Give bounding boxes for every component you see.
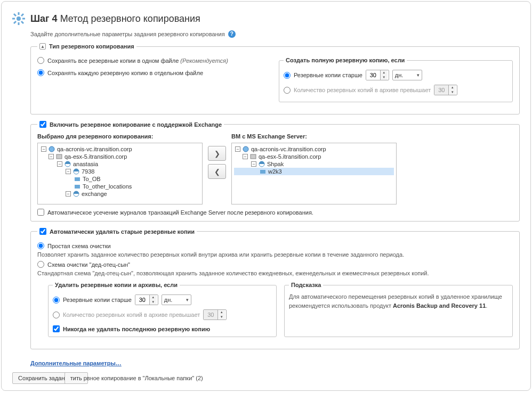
svg-line-6 — [21, 21, 23, 23]
selected-tree[interactable]: −qa-acronis-vc.itransition.corp −qa-esx-… — [37, 143, 203, 204]
simple-scheme-desc: Позволяет хранить заданное количество ре… — [37, 251, 513, 258]
tree-toggle-icon[interactable]: − — [49, 154, 54, 159]
svg-rect-17 — [251, 154, 256, 159]
page-title: Шаг 4 Метод резервного копирования — [30, 13, 200, 24]
auto-truncate-label: Автоматическое усечение журналов транзак… — [47, 209, 313, 216]
tree-node-label[interactable]: qa-esx-5.itransition.corp — [65, 153, 127, 160]
delete-older-value[interactable]: ▲▼ — [135, 294, 158, 305]
backup-type-group: ▲ Тип резервного копирования Сохранять в… — [30, 43, 520, 114]
tree-node-label[interactable]: qa-acronis-vc.itransition.corp — [251, 146, 326, 152]
vm-icon — [73, 168, 79, 175]
footer-status-text: рвное копирование в "Локальные папки" (2… — [84, 375, 203, 381]
full-copy-count-radio[interactable] — [284, 87, 291, 94]
tree-node-label[interactable]: qa-esx-5.itransition.corp — [259, 153, 321, 160]
auto-delete-checkbox[interactable] — [39, 228, 46, 235]
exchange-group: Включить резервное копирование с поддерж… — [30, 121, 520, 222]
chevron-down-icon: ▾ — [186, 297, 189, 302]
move-right-button[interactable]: ❯ — [208, 146, 226, 161]
move-left-button[interactable]: ❮ — [208, 164, 226, 179]
tree-toggle-icon[interactable]: − — [235, 146, 240, 152]
folder-icon — [74, 176, 80, 182]
full-copy-older-label: Резервные копии старше — [294, 72, 362, 78]
tree-node-label[interactable]: exchange — [82, 191, 107, 197]
full-copy-count-label: Количество резервных копий в архиве прев… — [294, 87, 431, 93]
svg-line-7 — [21, 14, 23, 16]
tree-node-label[interactable]: 7938 — [82, 168, 94, 175]
chevron-down-icon: ▼ — [218, 315, 225, 320]
tree-node-label[interactable]: qa-acronis-vc.itransition.corp — [57, 146, 132, 152]
collapse-toggle-icon[interactable]: ▲ — [39, 43, 46, 50]
delete-count-value: ▲▼ — [203, 309, 227, 320]
opt-single-file-label: Сохранять все резервные копии в одном фа… — [47, 58, 228, 64]
svg-point-16 — [243, 146, 248, 152]
svg-rect-14 — [75, 185, 80, 189]
full-copy-older-unit-select[interactable]: дн. ▾ — [392, 70, 422, 80]
simple-scheme-label: Простая схема очистки — [47, 243, 111, 249]
svg-line-8 — [14, 21, 16, 23]
tree-toggle-icon[interactable]: − — [57, 161, 62, 167]
chevron-down-icon[interactable]: ▼ — [381, 75, 388, 80]
full-copy-older-radio[interactable] — [284, 72, 291, 79]
tree-toggle-icon[interactable]: − — [66, 191, 71, 196]
datacenter-icon — [243, 146, 249, 152]
delete-older-unit-select[interactable]: дн. ▾ — [162, 294, 191, 305]
auto-truncate-checkbox[interactable] — [37, 209, 44, 216]
exchange-left-heading: Выбрано для резервного копирования: — [37, 133, 203, 140]
full-copy-legend: Создать полную резервную копию, если — [284, 57, 407, 63]
never-delete-last-label: Никогда не удалять последнюю резервную к… — [63, 326, 210, 332]
tree-node-label[interactable]: w2k3 — [268, 168, 282, 175]
subtitle-text: Задайте дополнительные параметры задания… — [30, 31, 225, 37]
delete-count-label: Количество резервных копий в архиве прев… — [63, 312, 200, 318]
chevron-up-icon[interactable]: ▲ — [381, 70, 388, 75]
never-delete-last-checkbox[interactable] — [53, 325, 60, 332]
footer-bar: Сохранить задание тить рвное копирование… — [12, 372, 203, 384]
tree-toggle-icon[interactable]: − — [66, 169, 71, 174]
full-copy-older-value[interactable]: ▲▼ — [366, 70, 389, 80]
host-icon — [250, 153, 256, 160]
delete-older-label: Резервные копии старше — [63, 297, 132, 303]
svg-rect-10 — [57, 154, 62, 159]
more-params-link[interactable]: Дополнительные параметры… — [30, 360, 122, 366]
tree-toggle-icon[interactable]: − — [251, 161, 256, 167]
chevron-down-icon: ▼ — [449, 90, 456, 95]
svg-line-5 — [14, 14, 16, 16]
tree-toggle-icon[interactable]: − — [41, 146, 46, 152]
svg-rect-19 — [260, 170, 265, 174]
backup-type-legend: Тип резервного копирования — [49, 43, 134, 50]
delete-if-group: Удалить резервные копии и архивы, если Р… — [48, 282, 277, 337]
tree-node-label[interactable]: anastasia — [73, 161, 98, 167]
gear-icon — [12, 12, 25, 25]
delete-older-radio[interactable] — [53, 297, 60, 304]
delete-count-radio[interactable] — [53, 312, 60, 318]
help-icon[interactable]: ? — [228, 30, 236, 38]
vm-icon — [259, 161, 265, 167]
hint-text: Для автоматического перемещения резервны… — [289, 292, 508, 310]
svg-rect-13 — [75, 177, 80, 181]
tree-node-label[interactable]: To_other_locations — [83, 183, 132, 190]
chevron-down-icon[interactable]: ▼ — [150, 300, 157, 305]
tree-toggle-icon[interactable]: − — [243, 154, 248, 159]
exchange-legend: Включить резервное копирование с поддерж… — [50, 121, 222, 128]
opt-separate-file-radio[interactable] — [37, 69, 44, 76]
chevron-down-icon: ▾ — [417, 72, 420, 78]
chevron-up-icon[interactable]: ▲ — [150, 295, 157, 300]
exchange-vm-tree[interactable]: −qa-acronis-vc.itransition.corp −qa-esx-… — [231, 143, 397, 204]
vm-icon — [65, 161, 71, 167]
folder-icon — [74, 183, 80, 190]
gfs-scheme-desc: Стандартная схема "дед-отец-сын", позвол… — [37, 270, 513, 276]
exchange-enable-checkbox[interactable] — [39, 121, 46, 128]
hint-legend: Подсказка — [289, 282, 323, 288]
full-copy-count-value: ▲▼ — [434, 85, 457, 95]
svg-point-9 — [49, 146, 54, 152]
opt-separate-file-label: Сохранять каждую резервную копию в отдел… — [47, 70, 203, 76]
host-icon — [56, 153, 62, 160]
auto-delete-group: Автоматически удалять старые резервные к… — [30, 228, 520, 349]
tree-node-label[interactable]: Shpak — [267, 161, 284, 167]
datacenter-icon — [49, 146, 55, 152]
gfs-scheme-radio[interactable] — [37, 261, 44, 268]
simple-scheme-radio[interactable] — [37, 242, 44, 249]
gfs-scheme-label: Схема очистки "дед-отец-сын" — [47, 261, 130, 268]
hint-group: Подсказка Для автоматического перемещени… — [284, 282, 513, 337]
opt-single-file-radio[interactable] — [37, 57, 44, 64]
tree-node-label[interactable]: To_OB — [83, 176, 101, 182]
